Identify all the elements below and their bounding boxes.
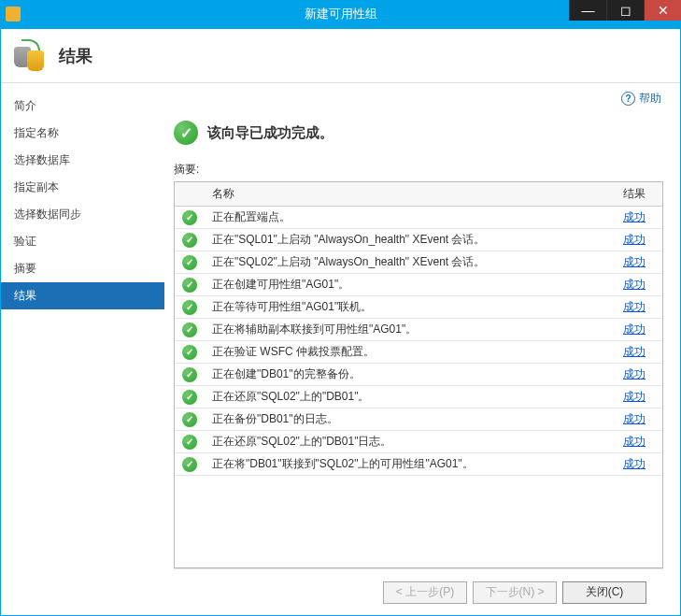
row-name: 正在创建可用性组"AG01"。 <box>205 274 616 296</box>
table-row: ✓正在等待可用性组"AG01"联机。成功 <box>175 296 662 319</box>
table-row: ✓正在"SQL01"上启动 "AlwaysOn_health" XEvent 会… <box>175 229 662 251</box>
row-result-link[interactable]: 成功 <box>623 233 646 246</box>
success-icon: ✓ <box>174 121 198 145</box>
window-controls: — ◻ ✕ <box>569 0 681 21</box>
row-result-link[interactable]: 成功 <box>623 412 646 425</box>
minimize-button[interactable]: — <box>569 0 606 21</box>
next-button: 下一步(N) > <box>473 581 557 604</box>
table-row: ✓正在配置端点。成功 <box>175 207 662 229</box>
col-result[interactable]: 结果 <box>616 182 662 207</box>
summary-label: 摘要: <box>174 162 663 178</box>
page-title: 结果 <box>59 45 92 67</box>
sidebar-item[interactable]: 摘要 <box>1 255 164 282</box>
close-button[interactable]: 关闭(C) <box>562 581 646 604</box>
row-name: 正在等待可用性组"AG01"联机。 <box>205 296 616 319</box>
wizard-footer: < 上一步(P) 下一步(N) > 关闭(C) <box>174 568 663 615</box>
sidebar-item[interactable]: 选择数据同步 <box>1 201 164 228</box>
title-bar: 新建可用性组 — ◻ ✕ <box>0 0 681 28</box>
row-result-link[interactable]: 成功 <box>623 390 646 403</box>
row-success-icon: ✓ <box>182 367 197 382</box>
table-row: ✓正在还原"SQL02"上的"DB01"。成功 <box>175 386 662 408</box>
sidebar-item[interactable]: 结果 <box>1 282 164 309</box>
sidebar-item[interactable]: 指定名称 <box>1 120 164 147</box>
row-result-link[interactable]: 成功 <box>623 457 646 470</box>
row-name: 正在验证 WSFC 仲裁投票配置。 <box>205 341 616 364</box>
status-message: 该向导已成功完成。 <box>207 124 333 142</box>
row-success-icon: ✓ <box>182 255 197 270</box>
row-result-link[interactable]: 成功 <box>623 345 646 358</box>
table-row: ✓正在备份"DB01"的日志。成功 <box>175 408 662 431</box>
maximize-button[interactable]: ◻ <box>606 0 644 21</box>
table-row: ✓正在还原"SQL02"上的"DB01"日志。成功 <box>175 431 662 453</box>
sidebar-item[interactable]: 指定副本 <box>1 174 164 201</box>
row-name: 正在还原"SQL02"上的"DB01"日志。 <box>205 431 616 453</box>
row-result-link[interactable]: 成功 <box>623 435 646 448</box>
wizard-steps-sidebar: 简介指定名称选择数据库指定副本选择数据同步验证摘要结果 <box>1 83 164 615</box>
sidebar-item[interactable]: 验证 <box>1 228 164 255</box>
row-success-icon: ✓ <box>182 300 197 315</box>
row-success-icon: ✓ <box>182 412 197 427</box>
table-row: ✓正在"SQL02"上启动 "AlwaysOn_health" XEvent 会… <box>175 251 662 274</box>
col-name[interactable]: 名称 <box>205 182 616 207</box>
table-row: ✓正在验证 WSFC 仲裁投票配置。成功 <box>175 341 662 364</box>
col-icon[interactable] <box>175 182 205 207</box>
results-table: 名称 结果 ✓正在配置端点。成功✓正在"SQL01"上启动 "AlwaysOn_… <box>174 181 663 568</box>
table-row: ✓正在将"DB01"联接到"SQL02"上的可用性组"AG01"。成功 <box>175 453 662 476</box>
sidebar-item[interactable]: 简介 <box>1 93 164 120</box>
window-title: 新建可用性组 <box>305 6 377 22</box>
table-row: ✓正在将辅助副本联接到可用性组"AG01"。成功 <box>175 319 662 341</box>
row-result-link[interactable]: 成功 <box>623 255 646 268</box>
wizard-icon <box>14 39 48 73</box>
table-row: ✓正在创建可用性组"AG01"。成功 <box>175 274 662 296</box>
app-icon <box>6 7 21 21</box>
help-link[interactable]: ? 帮助 <box>621 91 661 107</box>
sidebar-item[interactable]: 选择数据库 <box>1 147 164 174</box>
row-name: 正在将"DB01"联接到"SQL02"上的可用性组"AG01"。 <box>205 453 616 476</box>
row-name: 正在将辅助副本联接到可用性组"AG01"。 <box>205 319 616 341</box>
status-row: ✓ 该向导已成功完成。 <box>174 121 663 145</box>
prev-button: < 上一步(P) <box>383 581 467 604</box>
row-success-icon: ✓ <box>182 233 197 248</box>
row-name: 正在"SQL02"上启动 "AlwaysOn_health" XEvent 会话… <box>205 251 616 274</box>
row-success-icon: ✓ <box>182 435 197 450</box>
row-name: 正在备份"DB01"的日志。 <box>205 408 616 431</box>
page-header: 结果 <box>1 29 680 83</box>
row-name: 正在创建"DB01"的完整备份。 <box>205 364 616 386</box>
row-name: 正在还原"SQL02"上的"DB01"。 <box>205 386 616 408</box>
row-name: 正在"SQL01"上启动 "AlwaysOn_health" XEvent 会话… <box>205 229 616 251</box>
close-window-button[interactable]: ✕ <box>644 0 681 21</box>
row-success-icon: ✓ <box>182 322 197 337</box>
row-success-icon: ✓ <box>182 390 197 405</box>
help-icon: ? <box>621 92 635 106</box>
row-result-link[interactable]: 成功 <box>623 300 646 313</box>
row-result-link[interactable]: 成功 <box>623 278 646 291</box>
row-result-link[interactable]: 成功 <box>623 322 646 336</box>
row-success-icon: ✓ <box>182 345 197 360</box>
row-success-icon: ✓ <box>182 210 197 225</box>
help-label: 帮助 <box>639 91 661 107</box>
row-success-icon: ✓ <box>182 457 197 472</box>
table-row: ✓正在创建"DB01"的完整备份。成功 <box>175 364 662 386</box>
row-name: 正在配置端点。 <box>205 207 616 229</box>
row-success-icon: ✓ <box>182 278 197 293</box>
row-result-link[interactable]: 成功 <box>623 367 646 380</box>
row-result-link[interactable]: 成功 <box>623 210 646 223</box>
